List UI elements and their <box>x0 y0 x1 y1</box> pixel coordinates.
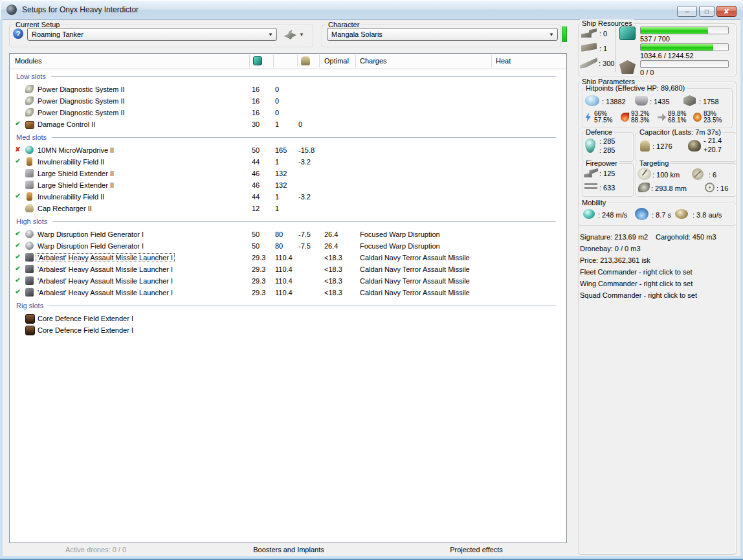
structure-hp-value: : 1758 <box>699 98 719 106</box>
powergrid-icon <box>277 56 286 65</box>
explosive-resist-icon <box>693 113 702 122</box>
module-row[interactable]: Core Defence Field Extender I <box>10 324 566 336</box>
divider <box>615 27 616 72</box>
capacitor-delta-in: +20.7 <box>704 146 722 153</box>
module-row[interactable]: ✔Damage Control II3010 <box>10 118 566 130</box>
section-rule <box>49 306 556 306</box>
module-name: 'Arbalest' Heavy Assault Missile Launche… <box>38 289 173 297</box>
rig-icon <box>25 326 35 335</box>
module-row[interactable]: ✔'Arbalest' Heavy Assault Missile Launch… <box>10 287 566 298</box>
charges-cell: Focused Warp Disruption <box>360 242 440 250</box>
module-row[interactable]: Power Diagnostic System II160 <box>10 107 566 118</box>
module-row[interactable]: Large Shield Extender II46132 <box>10 179 566 191</box>
powergrid-cell: 110.4 <box>275 265 293 273</box>
close-button[interactable]: ✘ <box>716 6 737 17</box>
title-bar[interactable]: Setups for Onyx Heavy Interdictor – □ ✘ <box>0 0 743 20</box>
restore-button[interactable]: □ <box>699 6 715 17</box>
fleet-commander-slot[interactable]: Fleet Commander - right click to set <box>580 268 693 276</box>
cpu-cell: 16 <box>252 97 260 105</box>
column-separator <box>273 55 274 67</box>
dronebay-icon <box>619 60 636 74</box>
module-name: Warp Disruption Field Generator I <box>38 230 144 238</box>
structure-hp-icon <box>683 95 696 106</box>
tools-dropdown-icon[interactable]: ▼ <box>299 32 304 38</box>
module-name: Core Defence Field Extender I <box>38 326 133 334</box>
invulnerability-icon <box>27 192 32 201</box>
powergrid-cell: 1 <box>275 205 279 212</box>
powergrid-cell: 0 <box>275 85 279 93</box>
module-row[interactable]: ✔Warp Disruption Field Generator I5080-7… <box>10 240 566 252</box>
cap-booster-icon <box>688 140 701 151</box>
module-row[interactable]: ✘10MN MicroWarpdrive II50165-15.8 <box>10 144 566 156</box>
microwarpdrive-icon <box>25 146 34 154</box>
ok-icon: ✔ <box>13 157 23 164</box>
module-name: Warp Disruption Field Generator I <box>38 242 144 250</box>
module-row[interactable]: ✔Invulnerability Field II441-3.2 <box>10 191 566 203</box>
module-row[interactable]: Cap Recharger II121 <box>10 203 566 214</box>
section-label: Rig slots <box>16 302 43 309</box>
ok-icon: ✔ <box>13 253 23 260</box>
signature-value: Signature: 213.69 m2 <box>580 233 648 241</box>
section-label: High slots <box>16 218 47 225</box>
cpu-cell: 12 <box>252 205 260 212</box>
module-row[interactable]: Large Shield Extender II46132 <box>10 168 566 179</box>
thermal-resist-values: 93.2%88.3% <box>631 111 649 124</box>
minimize-button[interactable]: – <box>677 6 697 17</box>
module-row[interactable]: ✔Warp Disruption Field Generator I5080-7… <box>10 229 566 240</box>
squad-commander-slot[interactable]: Squad Commander - right click to set <box>580 291 697 299</box>
rig-icon <box>25 314 35 324</box>
cpu-bar-text: 537 / 700 <box>640 35 670 43</box>
ok-icon: ✔ <box>13 192 23 199</box>
error-icon: ✘ <box>13 146 23 153</box>
defence-value-1: : 285 <box>599 137 615 145</box>
ship-resources-group: Ship Resources : 0 : 1 : 300 537 / 70010… <box>578 23 737 76</box>
module-row[interactable]: Power Diagnostic System II160 <box>10 95 566 107</box>
sensor-strength-value: : 16 <box>716 185 728 192</box>
wing-commander-slot[interactable]: Wing Commander - right click to set <box>580 280 693 287</box>
boosters-implants-panel[interactable]: Boosters and Implants <box>224 546 353 556</box>
optimal-cell: <18.3 <box>324 289 342 297</box>
hitpoints-label: Hitpoints (Effective HP: 89,680) <box>584 84 687 93</box>
module-name: Large Shield Extender II <box>38 170 114 177</box>
em-resist-icon <box>584 113 592 122</box>
cpu-bar <box>640 27 729 34</box>
ok-icon: ✔ <box>13 241 23 249</box>
section-rule <box>51 76 556 77</box>
cpu-cell: 50 <box>252 230 260 238</box>
help-icon[interactable]: ? <box>13 28 23 39</box>
module-row[interactable]: ✔Invulnerability Field II441-3.2 <box>10 156 566 168</box>
agility-icon <box>635 208 649 220</box>
ok-icon: ✔ <box>13 276 23 284</box>
ok-icon: ✔ <box>13 120 23 127</box>
warp-disruption-generator-icon <box>25 241 34 250</box>
module-name: 10MN MicroWarpdrive II <box>38 146 114 154</box>
module-row[interactable]: Power Diagnostic System II160 <box>10 84 566 95</box>
launcher-hardpoints-icon <box>581 43 597 52</box>
section-rule <box>52 137 556 138</box>
module-row[interactable]: ✔'Arbalest' Heavy Assault Missile Launch… <box>10 252 566 263</box>
module-row[interactable]: ✔'Arbalest' Heavy Assault Missile Launch… <box>10 263 566 275</box>
heat-column-header: Heat <box>496 57 511 65</box>
projected-effects-panel[interactable]: Projected effects <box>425 546 528 556</box>
chevron-down-icon: ▼ <box>268 32 273 38</box>
column-separator <box>249 55 250 67</box>
cpu-cell: 29.3 <box>252 277 265 285</box>
capacitor-cell: 0 <box>298 120 302 128</box>
window-title: Setups for Onyx Heavy Interdictor <box>22 5 139 14</box>
setup-select[interactable]: Roaming Tanker ▼ <box>27 28 277 41</box>
character-select[interactable]: Mangala Solaris ▼ <box>327 28 558 41</box>
column-separator <box>319 55 320 67</box>
powergrid-cell: 110.4 <box>275 254 293 262</box>
active-drones-panel[interactable]: Active drones: 0 / 0 <box>50 546 141 556</box>
eft-window: Setups for Onyx Heavy Interdictor – □ ✘ … <box>0 0 743 560</box>
module-name: 'Arbalest' Heavy Assault Missile Launche… <box>38 277 173 285</box>
module-table-header: Modules Optimal Charges Heat <box>10 54 566 69</box>
module-row[interactable]: ✔'Arbalest' Heavy Assault Missile Launch… <box>10 275 566 287</box>
module-row[interactable]: Core Defence Field Extender I <box>10 313 566 324</box>
explosive-resist-values: 83%23.5% <box>704 111 722 124</box>
setup-select-value: Roaming Tanker <box>32 30 83 38</box>
launcher-hardpoints-value: : 1 <box>599 45 607 52</box>
powergrid-cell: 110.4 <box>275 289 293 297</box>
modules-column-header: Modules <box>15 57 42 65</box>
missile-launcher-icon <box>25 265 34 273</box>
